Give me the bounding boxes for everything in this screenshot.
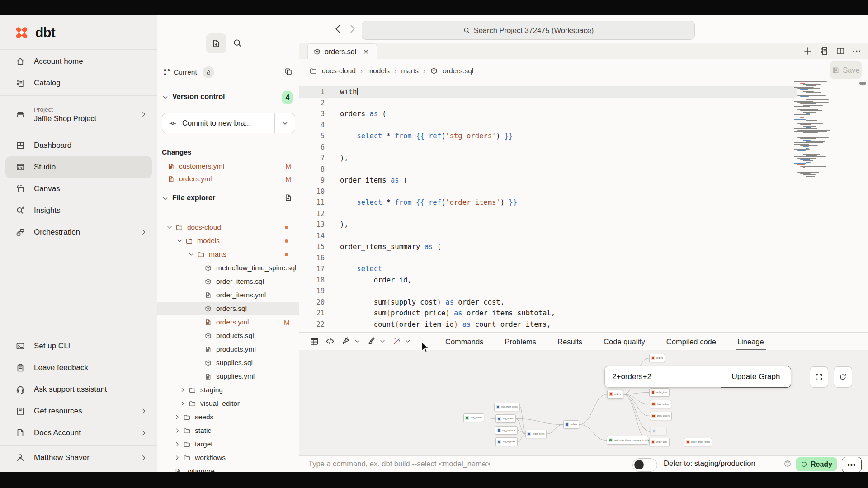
chevron-right-icon[interactable] [174, 427, 180, 434]
format-icon[interactable] [366, 336, 376, 346]
lineage-canvas[interactable]: 2+orders+2 Update Graph raw_ordersstg_or… [299, 350, 868, 455]
forward-arrow-icon[interactable] [347, 23, 358, 34]
panel-tab-problems[interactable]: Problems [505, 333, 536, 351]
search-files-icon[interactable] [232, 38, 243, 48]
lineage-node-m-order-cost[interactable]: order_cost [649, 438, 670, 446]
tree-item-supplies-yml[interactable]: supplies.yml [157, 370, 299, 383]
save-button[interactable]: Save [830, 61, 862, 79]
chevron-down-icon[interactable] [188, 251, 194, 258]
new-file-button[interactable] [206, 33, 226, 53]
tree-item-static[interactable]: static [157, 424, 299, 437]
lineage-node-m-order-gross-profit[interactable]: order_gross_profit [684, 438, 712, 446]
commit-button[interactable]: Commit to new bra... [162, 113, 295, 133]
tree-item-order-items-sql[interactable]: order_items.sql [157, 275, 299, 288]
chevron-down-icon[interactable] [281, 119, 289, 127]
tree-item-orders-yml[interactable]: orders.ymlM [157, 315, 299, 329]
chevron-right-icon[interactable] [174, 441, 180, 447]
copy-branch-icon[interactable] [284, 67, 293, 76]
update-graph-button[interactable]: Update Graph [721, 366, 791, 388]
ai-assist-icon[interactable] [392, 336, 401, 346]
fullscreen-button[interactable] [810, 366, 828, 388]
lineage-node-ghost[interactable] [650, 427, 667, 436]
sidebar-item-dashboard[interactable]: Dashboard [0, 135, 157, 156]
chevron-down-icon[interactable] [166, 224, 173, 230]
sidebar-item-studio[interactable]: Studio [5, 156, 152, 178]
tree-item-staging[interactable]: staging [157, 383, 299, 397]
tree-item-visual-editor[interactable]: visual_editor [157, 397, 299, 410]
breadcrumb-item[interactable]: models [367, 67, 390, 75]
breadcrumb-item[interactable]: marts [401, 67, 419, 75]
lineage-node-m-order-total[interactable]: order_total [649, 388, 670, 397]
chevron-right-icon[interactable] [174, 414, 180, 420]
code-editor[interactable]: 1with23orders as (45 select * from {{ re… [299, 84, 868, 334]
new-file-icon[interactable] [284, 193, 292, 202]
back-arrow-icon[interactable] [332, 23, 343, 34]
lineage-node-stg-order-items[interactable]: stg_order_items [494, 403, 520, 411]
tree-item-products-yml[interactable]: products.yml [157, 343, 299, 356]
sidebar-item-catalog[interactable]: Catalog [0, 72, 157, 94]
chevron-down-icon[interactable] [354, 338, 360, 344]
sidebar-item-set-up-cli[interactable]: Set up CLI [0, 335, 157, 357]
new-tab-icon[interactable] [803, 46, 813, 56]
breadcrumb-item[interactable]: docs-cloud [322, 67, 356, 75]
sidebar-item-get-resources[interactable]: Get resources [0, 400, 157, 422]
lineage-node-orders-sel[interactable]: orders [607, 390, 623, 399]
tree-item-seeds[interactable]: seeds [157, 410, 299, 424]
lineage-node-m-food-orders[interactable]: food_orders [650, 400, 671, 408]
command-more-button[interactable]: ••• [842, 457, 862, 473]
lineage-selector-input[interactable]: 2+orders+2 [604, 366, 721, 388]
tree-item-gitignore[interactable]: .gitignore [157, 465, 299, 472]
tree-item-order-items-yml[interactable]: order_items.yml [157, 288, 299, 302]
sidebar-item-ask-support-assistant[interactable]: Ask support assistant [0, 379, 157, 400]
dbt-logo[interactable]: dbt [14, 24, 55, 41]
panel-tab-results[interactable]: Results [557, 333, 582, 351]
sidebar-item-leave-feedback[interactable]: Leave feedback [0, 357, 157, 379]
tree-item-workflows[interactable]: workflows [157, 451, 299, 465]
tree-item-target[interactable]: target [157, 437, 299, 451]
chevron-down-icon[interactable] [176, 238, 183, 244]
tree-item-orders-sql[interactable]: orders.sql [157, 302, 299, 315]
lineage-node-order-items[interactable]: order_items [525, 430, 547, 438]
lineage-node-stg-orders[interactable]: stg_orders [495, 414, 516, 423]
user-menu[interactable]: Matthew Shaver [0, 447, 157, 469]
results-table-icon[interactable] [309, 336, 319, 346]
catalog-panel-icon[interactable] [819, 46, 829, 56]
sidebar-item-project[interactable]: ProjectJaffle Shop Project [0, 97, 157, 131]
sidebar-item-insights[interactable]: Insights [0, 200, 157, 221]
chevron-down-icon[interactable] [162, 195, 169, 202]
lineage-node-raw-orders[interactable]: raw_orders [463, 413, 484, 422]
changed-file-orders-yml[interactable]: orders.ymlM [157, 173, 299, 185]
status-ready-badge[interactable]: Ready [796, 457, 837, 471]
tree-item-models[interactable]: models [157, 234, 299, 248]
chevron-right-icon[interactable] [174, 455, 180, 461]
editor-minimap[interactable] [794, 81, 842, 178]
tree-item-products-sql[interactable]: products.sql [157, 329, 299, 343]
panel-tab-lineage[interactable]: Lineage [737, 333, 764, 351]
more-options-icon[interactable] [852, 46, 862, 56]
refresh-graph-button[interactable] [834, 366, 852, 388]
tree-item-marts[interactable]: marts [157, 248, 299, 261]
chevron-right-icon[interactable] [179, 387, 186, 393]
build-tools-icon[interactable] [341, 336, 351, 346]
lineage-node-m-orders[interactable]: orders [649, 354, 665, 362]
chevron-down-icon[interactable] [379, 338, 386, 344]
editor-scrollbar[interactable] [859, 82, 866, 85]
lineage-node-stg-supplies[interactable]: stg_supplies [495, 437, 518, 446]
lineage-node-test[interactable]: test_order_items_compare_to_totals_corre… [607, 436, 648, 445]
sidebar-item-canvas[interactable]: Canvas [0, 178, 157, 200]
sidebar-item-docs-account[interactable]: Docs Account [0, 422, 157, 444]
breadcrumb-file[interactable]: orders.sql [443, 67, 473, 75]
sidebar-item-account-home[interactable]: Account home [0, 51, 157, 72]
tree-item-supplies-sql[interactable]: supplies.sql [157, 356, 299, 370]
panel-tab-commands[interactable]: Commands [445, 333, 483, 351]
chevron-down-icon[interactable] [405, 338, 411, 344]
collapse-sidebar-icon[interactable] [132, 25, 144, 37]
defer-toggle[interactable] [632, 458, 657, 472]
tab-orders-sql[interactable]: orders.sql [307, 43, 377, 60]
lineage-node-m-drink-orders[interactable]: drink_orders [650, 412, 672, 420]
panel-tab-code-quality[interactable]: Code quality [604, 333, 645, 351]
code-preview-icon[interactable] [325, 336, 335, 346]
tree-item-metricflow-time-spine-sql[interactable]: metricflow_time_spine.sql [157, 261, 299, 275]
changed-file-customers-yml[interactable]: customers.ymlM [157, 160, 299, 173]
split-editor-icon[interactable] [835, 46, 845, 56]
